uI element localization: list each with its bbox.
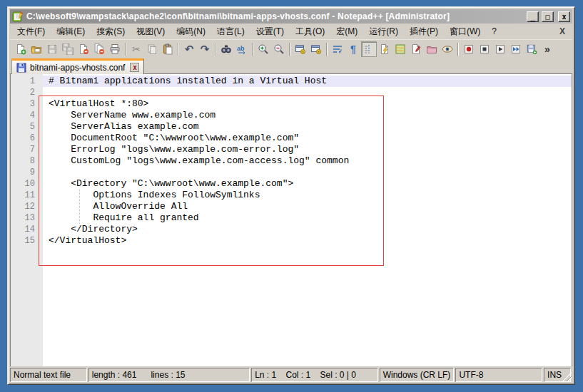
function-list-icon[interactable]	[377, 41, 392, 57]
code-text: # Bitnami applications installed in a Vi…	[43, 76, 572, 87]
toolbar-separator	[178, 43, 179, 56]
tab-bar: bitnami-apps-vhosts.conf x	[10, 58, 572, 74]
menu-item-plugins[interactable]: 插件(P)	[404, 24, 444, 40]
tab-bitnami-apps-vhosts[interactable]: bitnami-apps-vhosts.conf x	[11, 58, 144, 74]
menu-item-run[interactable]: 运行(R)	[363, 24, 404, 40]
maximize-button[interactable]: □	[542, 11, 554, 22]
paste-icon[interactable]	[160, 41, 176, 57]
toolbar-separator	[457, 43, 459, 56]
macro-record-icon[interactable]	[461, 41, 477, 57]
redo-icon[interactable]: ↷	[197, 41, 213, 57]
menu-item-encoding[interactable]: 编码(N)	[171, 24, 211, 40]
title-bar[interactable]: C:\websoft9\wampstack\apache2\conf\bitna…	[10, 9, 572, 24]
status-doc-type: Normal text file	[10, 368, 87, 382]
toolbar-overflow-icon[interactable]: »	[539, 41, 555, 57]
window-title: C:\websoft9\wampstack\apache2\conf\bitna…	[26, 11, 524, 21]
undo-icon[interactable]: ↶	[181, 41, 197, 57]
document-switcher-icon[interactable]	[408, 41, 424, 57]
toolbar: ✂↶↷ab¶»	[10, 39, 572, 58]
zoom-out-icon[interactable]	[271, 41, 287, 57]
close-all-docs-icon[interactable]	[91, 41, 107, 57]
toolbar-separator	[326, 43, 328, 56]
show-all-characters-icon[interactable]: ¶	[345, 41, 361, 57]
macro-save-icon[interactable]	[524, 41, 539, 57]
status-eol-format: Windows (CR LF)	[380, 368, 455, 382]
show-indent-guide-icon[interactable]	[361, 41, 377, 57]
menu-item-settings[interactable]: 设置(T)	[250, 24, 290, 40]
find-icon[interactable]	[218, 41, 234, 57]
minimize-button[interactable]: _	[527, 11, 539, 22]
replace-icon[interactable]: ab	[234, 41, 250, 57]
menu-item-search[interactable]: 搜索(S)	[91, 24, 131, 40]
status-caret-position: Ln : 1 Col : 1 Sel : 0 | 0	[251, 368, 378, 382]
status-bar: Normal text file length : 461 lines : 15…	[10, 368, 572, 382]
line-number[interactable]: 1	[11, 76, 43, 87]
copy-icon[interactable]	[144, 41, 160, 57]
save-all-icon[interactable]	[60, 41, 76, 57]
toolbar-separator	[252, 43, 253, 56]
cut-icon[interactable]: ✂	[128, 41, 144, 57]
sync-vertical-scroll-icon[interactable]	[293, 41, 308, 57]
sync-horizontal-scroll-icon[interactable]	[308, 41, 324, 57]
zoom-in-icon[interactable]	[255, 41, 271, 57]
macro-run-multiple-icon[interactable]	[508, 41, 524, 57]
toolbar-separator	[289, 43, 290, 56]
toolbar-separator	[215, 43, 216, 56]
menu-item-file[interactable]: 文件(F)	[11, 24, 51, 40]
menu-close-document-button[interactable]: X	[552, 26, 572, 36]
status-encoding: UTF-8	[455, 368, 542, 382]
toolbar-separator	[125, 43, 126, 56]
folder-as-workspace-icon[interactable]	[424, 41, 440, 57]
print-icon[interactable]	[107, 41, 123, 57]
monitoring-icon[interactable]	[440, 41, 455, 57]
macro-stop-icon[interactable]	[477, 41, 492, 57]
close-button[interactable]: x	[558, 11, 570, 22]
notepadpp-app-icon	[12, 11, 24, 22]
new-file-icon[interactable]	[13, 41, 29, 57]
desktop: { "colors": { "desktop_background": "#3e…	[0, 0, 583, 392]
save-icon[interactable]	[44, 41, 60, 57]
menu-item-window[interactable]: 窗口(W)	[444, 24, 486, 40]
menu-item-tools[interactable]: 工具(O)	[290, 24, 330, 40]
word-wrap-icon[interactable]	[330, 41, 345, 57]
menu-item-macro[interactable]: 宏(M)	[330, 24, 363, 40]
menu-item-language[interactable]: 语言(L)	[211, 24, 250, 40]
tab-close-icon[interactable]: x	[130, 63, 139, 72]
open-file-icon[interactable]	[29, 41, 44, 57]
code-line-1[interactable]: 1# Bitnami applications installed in a V…	[11, 76, 572, 87]
menu-item-view[interactable]: 视图(V)	[131, 24, 171, 40]
document-map-icon[interactable]	[392, 41, 408, 57]
macro-play-icon[interactable]	[492, 41, 508, 57]
editor-pane[interactable]: 1# Bitnami applications installed in a V…	[10, 74, 572, 366]
menu-bar: 文件(F)编辑(E)搜索(S)视图(V)编码(N)语言(L)设置(T)工具(O)…	[10, 24, 572, 39]
tab-label: bitnami-apps-vhosts.conf	[30, 63, 125, 73]
notepadpp-window: C:\websoft9\wampstack\apache2\conf\bitna…	[7, 6, 575, 385]
saved-floppy-icon	[16, 63, 26, 73]
svg-text:ab: ab	[237, 45, 245, 52]
close-doc-icon[interactable]	[76, 41, 91, 57]
annotation-rectangle	[39, 96, 384, 266]
status-length-lines: length : 461 lines : 15	[88, 368, 250, 382]
menu-item-edit[interactable]: 编辑(E)	[51, 24, 91, 40]
menu-item-help[interactable]: ?	[486, 24, 502, 38]
